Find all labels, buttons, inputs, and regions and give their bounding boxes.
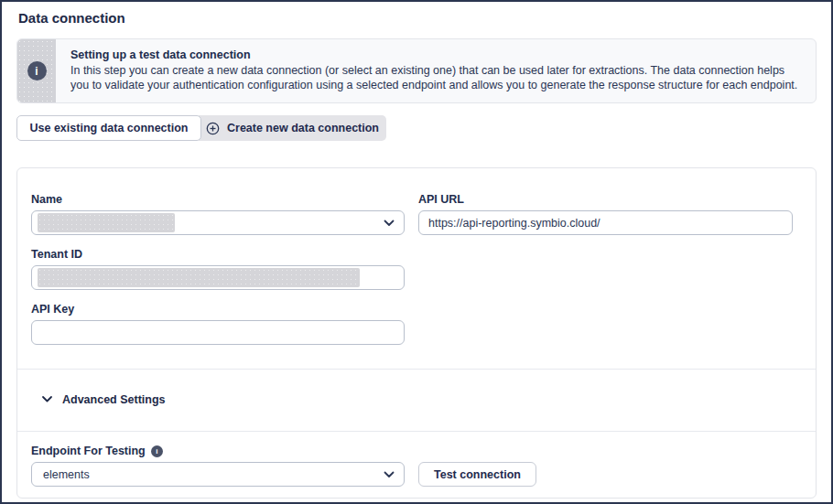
api-key-input[interactable] xyxy=(41,321,395,344)
api-url-field-group: API URL xyxy=(418,193,793,235)
api-key-label: API Key xyxy=(31,303,405,316)
create-new-connection-button[interactable]: Create new data connection xyxy=(199,115,386,141)
info-banner: i Setting up a test data connection In t… xyxy=(16,38,817,103)
info-banner-strip: i xyxy=(17,39,56,102)
advanced-settings-toggle[interactable]: Advanced Settings xyxy=(31,392,802,406)
tenant-id-redacted-value xyxy=(38,268,360,287)
advanced-settings-label: Advanced Settings xyxy=(62,393,166,406)
create-new-connection-label: Create new data connection xyxy=(227,122,379,134)
connection-mode-toggle: Use existing data connection Create new … xyxy=(16,115,817,141)
api-key-field-group: API Key xyxy=(31,303,405,345)
info-banner-heading: Setting up a test data connection xyxy=(70,48,801,61)
api-url-label: API URL xyxy=(418,193,793,206)
endpoint-for-testing-label: Endpoint For Testing i xyxy=(31,445,802,457)
use-existing-connection-button[interactable]: Use existing data connection xyxy=(16,115,201,141)
form-row-1: Name API URL xyxy=(31,193,802,235)
endpoint-select-value: elements xyxy=(36,468,384,481)
endpoint-for-testing-label-text: Endpoint For Testing xyxy=(31,445,146,457)
endpoint-select[interactable]: elements xyxy=(31,462,405,487)
chevron-down-icon xyxy=(384,220,395,227)
endpoint-controls-row: elements Test connection xyxy=(31,462,802,487)
name-field-group: Name xyxy=(31,193,405,235)
endpoint-section: Endpoint For Testing i elements Test con… xyxy=(31,445,802,487)
chevron-down-icon xyxy=(41,395,53,403)
tenant-id-input-wrap[interactable] xyxy=(31,265,405,290)
api-key-input-wrap xyxy=(31,320,405,345)
name-redacted-value xyxy=(38,213,175,232)
info-icon[interactable]: i xyxy=(151,445,163,457)
page-title: Data connection xyxy=(18,10,831,26)
info-banner-body: In this step you can create a new data c… xyxy=(70,64,801,92)
api-url-input-wrap xyxy=(418,210,793,235)
plus-circle-icon xyxy=(206,122,220,135)
info-icon: i xyxy=(27,61,47,80)
connection-form-panel: Name API URL Tenant ID API Key xyxy=(16,167,817,499)
use-existing-connection-label: Use existing data connection xyxy=(30,122,189,134)
info-banner-content: Setting up a test data connection In thi… xyxy=(56,39,816,102)
section-divider-top xyxy=(17,369,816,370)
test-connection-button[interactable]: Test connection xyxy=(418,462,536,487)
tenant-id-field-group: Tenant ID xyxy=(31,248,405,290)
api-url-input[interactable] xyxy=(428,211,783,234)
name-label: Name xyxy=(31,193,405,206)
tenant-id-label: Tenant ID xyxy=(31,248,405,261)
chevron-down-icon xyxy=(384,471,395,478)
section-divider-bottom xyxy=(17,431,816,432)
name-select[interactable] xyxy=(31,210,405,235)
